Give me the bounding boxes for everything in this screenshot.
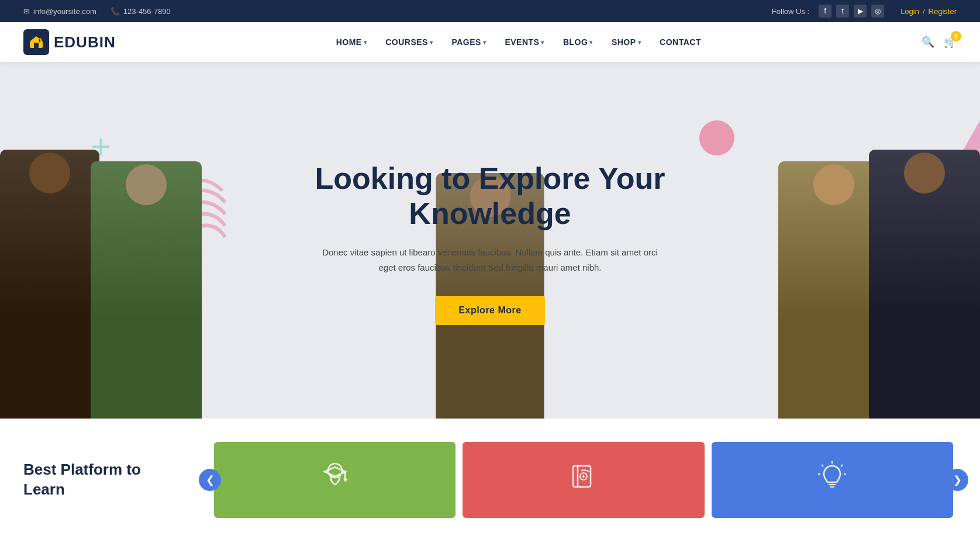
graduation-icon <box>318 459 353 501</box>
carousel-next-button[interactable]: ❯ <box>946 469 968 491</box>
shape-decorative-lines <box>175 179 228 243</box>
svg-rect-1 <box>34 43 39 48</box>
nav-menu: HOME ▾ COURSES ▾ PAGES ▾ EVENTS ▾ BLOG ▾… <box>328 32 709 53</box>
feature-cards: ❮ <box>211 442 957 518</box>
nav-events[interactable]: EVENTS ▾ <box>496 32 553 53</box>
nav-courses[interactable]: COURSES ▾ <box>377 32 441 53</box>
bottom-title: Best Platform to Learn <box>23 460 187 500</box>
book-icon <box>566 459 601 501</box>
top-bar-right: Follow Us : f t ▶ ◎ Login / Register <box>772 5 957 18</box>
events-chevron: ▾ <box>541 39 544 46</box>
instagram-icon[interactable]: ◎ <box>871 5 884 18</box>
email-info: ✉ info@yoursite.com <box>23 7 96 16</box>
svg-rect-3 <box>39 39 40 42</box>
person-4 <box>778 161 889 424</box>
feature-card-graduation <box>214 442 456 518</box>
top-bar: ✉ info@yoursite.com 📞 123-456-7890 Follo… <box>0 0 980 22</box>
youtube-icon[interactable]: ▶ <box>854 5 867 18</box>
home-chevron: ▾ <box>364 39 367 46</box>
login-link[interactable]: Login <box>900 7 919 16</box>
svg-line-11 <box>822 465 823 466</box>
nav-contact[interactable]: CONTACT <box>651 32 709 53</box>
top-bar-left: ✉ info@yoursite.com 📞 123-456-7890 <box>23 7 171 16</box>
shape-plus-teal: + <box>91 126 111 167</box>
shape-circle-pink <box>699 120 734 155</box>
feature-card-book <box>463 442 704 518</box>
svg-line-12 <box>841 465 843 466</box>
email-icon: ✉ <box>23 7 30 16</box>
navbar: EDUBIN HOME ▾ COURSES ▾ PAGES ▾ EVENTS ▾… <box>0 22 980 62</box>
nav-home[interactable]: HOME ▾ <box>328 32 375 53</box>
lightbulb-icon <box>815 459 850 501</box>
cart-wrapper: 🛒 0 <box>944 36 957 49</box>
shape-triangle-pink <box>933 120 980 202</box>
nav-shop[interactable]: SHOP ▾ <box>603 32 649 53</box>
shape-circle-yellow <box>886 202 945 261</box>
register-link[interactable]: Register <box>929 7 957 16</box>
nav-blog[interactable]: BLOG ▾ <box>555 32 601 53</box>
svg-rect-5 <box>344 472 346 479</box>
auth-separator: / <box>923 7 925 16</box>
logo-text: EDUBIN <box>54 33 116 51</box>
social-icons: f t ▶ ◎ <box>819 5 884 18</box>
shop-chevron: ▾ <box>638 39 641 46</box>
hero-subtitle: Donec vitae sapien ut libearo venenatis … <box>320 245 660 275</box>
follow-label: Follow Us : <box>772 7 809 16</box>
explore-more-button[interactable]: Explore More <box>435 296 544 325</box>
bottom-text: Best Platform to Learn <box>23 460 187 500</box>
cart-badge: 0 <box>951 31 961 42</box>
bottom-section: Best Platform to Learn ❮ <box>0 419 980 530</box>
phone-info: 📞 123-456-7890 <box>111 7 171 16</box>
email-text: info@yoursite.com <box>33 7 96 16</box>
search-button[interactable]: 🔍 <box>922 36 934 49</box>
hero-section: + + <box>0 62 980 424</box>
carousel-prev-button[interactable]: ❮ <box>199 469 221 491</box>
facebook-icon[interactable]: f <box>819 5 831 18</box>
blog-chevron: ▾ <box>589 39 593 46</box>
courses-chevron: ▾ <box>430 39 433 46</box>
twitter-icon[interactable]: t <box>836 5 849 18</box>
feature-card-lightbulb <box>712 442 953 518</box>
logo[interactable]: EDUBIN <box>23 29 116 55</box>
nav-pages[interactable]: PAGES ▾ <box>443 32 494 53</box>
logo-icon <box>23 29 49 55</box>
hero-title: Looking to Explore Your Knowledge <box>315 161 665 231</box>
pages-chevron: ▾ <box>483 39 486 46</box>
hero-content: Looking to Explore Your Knowledge Donec … <box>303 138 677 349</box>
phone-icon: 📞 <box>111 7 120 16</box>
phone-text: 123-456-7890 <box>123 7 171 16</box>
nav-icons: 🔍 🛒 0 <box>922 36 957 49</box>
auth-links: Login / Register <box>900 7 957 16</box>
shape-plus-green: + <box>35 285 52 319</box>
